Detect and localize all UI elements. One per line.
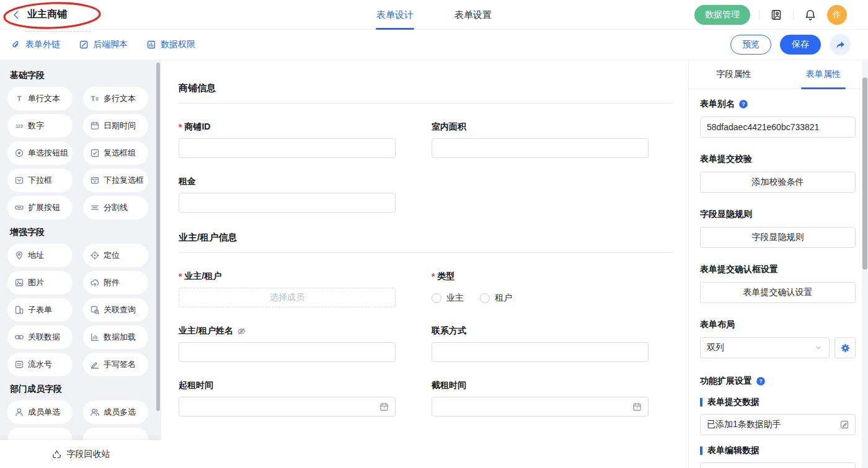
required-asterisk: *	[432, 272, 435, 281]
section-title: 业主/租户信息	[179, 232, 673, 253]
field-pill-子表单[interactable]: 子表单	[7, 298, 73, 322]
member-multi-icon	[90, 407, 100, 417]
panel-setting-label: 字段显隐规则	[700, 209, 856, 220]
bell-icon[interactable]	[802, 7, 818, 23]
add-action-button[interactable]: 添加操作	[700, 462, 856, 468]
addressbook-icon[interactable]	[768, 7, 784, 23]
field-pill-地址[interactable]: 地址	[7, 244, 73, 267]
field-pill-手写签名[interactable]: 手写签名	[83, 353, 148, 376]
field-pill-扩展按钮[interactable]: 扩展按钮	[7, 196, 73, 219]
submit-data-box[interactable]: 已添加1条数据助手	[700, 414, 856, 435]
form-field-商铺ID[interactable]: *商铺ID	[179, 121, 396, 158]
toolbar-link-label: 表单外链	[25, 39, 60, 50]
toolbar-link-表单外链[interactable]: 表单外链	[11, 39, 60, 50]
field-pill-分割线[interactable]: 分割线	[83, 196, 148, 219]
window-scrollbar[interactable]	[862, 60, 868, 468]
field-recycle-bin[interactable]: 字段回收站	[0, 440, 161, 468]
panel-tab-表单属性[interactable]: 表单属性	[779, 60, 868, 89]
text-input[interactable]	[432, 138, 649, 158]
toolbar-link-后端脚本[interactable]: 后端脚本	[79, 39, 128, 50]
form-field-截租时间[interactable]: 截租时间7	[432, 380, 649, 417]
toolbar-link-数据权限[interactable]: 数据权限	[146, 39, 195, 50]
sidebar-scrollbar[interactable]	[156, 63, 160, 411]
back-navigation[interactable]: 业主商铺	[0, 8, 67, 21]
radio-button[interactable]	[480, 293, 490, 303]
layout-settings-button[interactable]	[835, 337, 856, 358]
help-icon[interactable]: ?	[738, 99, 748, 109]
page-title: 业主商铺	[27, 8, 67, 21]
field-pill-数字[interactable]: 123数字	[7, 114, 73, 138]
field-pill-流水号[interactable]: 流水号	[7, 353, 73, 376]
sidebar-section-title: 部门成员字段	[10, 384, 161, 395]
divider	[759, 10, 760, 20]
panel-setting-button-表单提交确认设置[interactable]: 表单提交确认设置	[700, 282, 856, 303]
field-label-text: 类型	[437, 271, 454, 282]
recycle-icon	[51, 449, 62, 459]
edit-icon[interactable]	[839, 420, 849, 430]
panel-setting-button-添加校验条件[interactable]: 添加校验条件	[700, 172, 856, 193]
field-library-sidebar: 基础字段T单行文本T多行文本123数字日期时间单选按钮组复选框组下拉框下拉复选框…	[0, 60, 161, 468]
member-select-input[interactable]: 选择成员	[179, 288, 396, 307]
radio-group: 业主租户	[432, 288, 649, 304]
field-pill-日期时间[interactable]: 日期时间	[83, 114, 148, 138]
form-alias-input[interactable]	[700, 117, 856, 138]
data-manage-button[interactable]: 数据管理	[694, 5, 750, 25]
field-pill-多行文本[interactable]: T多行文本	[83, 87, 148, 110]
form-row: 租金	[179, 176, 673, 213]
field-pill-下拉框[interactable]: 下拉框	[7, 169, 73, 192]
field-label-text: 起租时间	[179, 380, 213, 391]
date-input[interactable]: 7	[432, 397, 649, 417]
form-field-起租时间[interactable]: 起租时间7	[179, 380, 396, 417]
header-tab-表单设置[interactable]: 表单设置	[454, 0, 492, 30]
linked-query-icon	[90, 305, 100, 315]
field-pill-下拉复选框[interactable]: 下拉复选框	[83, 169, 148, 192]
panel-setting-表单提交确认框设置: 表单提交确认框设置表单提交确认设置	[700, 264, 856, 303]
text-input[interactable]	[179, 342, 396, 362]
field-pill-label: 流水号	[28, 359, 52, 370]
signature-icon	[90, 360, 100, 369]
svg-text:?: ?	[742, 101, 745, 107]
help-icon[interactable]: ?	[756, 376, 766, 386]
save-button[interactable]: 保存	[780, 35, 821, 55]
field-pill-关联查询[interactable]: 关联查询	[83, 298, 148, 322]
date-input[interactable]: 7	[179, 397, 396, 417]
text-input[interactable]	[432, 342, 649, 362]
form-canvas[interactable]: 商铺信息*商铺ID室内面积租金业主/租户信息*业主/租户选择成员*类型业主租户业…	[161, 60, 688, 468]
form-section-业主/租户信息: 业主/租户信息*业主/租户选择成员*类型业主租户业主/租户姓名联系方式起租时间7…	[179, 232, 673, 417]
form-field-室内面积[interactable]: 室内面积	[432, 121, 649, 158]
avatar[interactable]: 作	[827, 5, 847, 25]
preview-button[interactable]: 预览	[730, 35, 771, 55]
edit-data-label: 表单编辑数据	[707, 445, 760, 456]
field-pill-关联数据[interactable]: 关联数据	[7, 325, 73, 349]
form-designer-app: 业主商铺 表单设计表单设置 数据管理 作 表单外链后端脚本数据权限 预览 保存 …	[0, 0, 868, 468]
field-pill-单选按钮组[interactable]: 单选按钮组	[7, 141, 73, 165]
field-label-text: 业主/租户姓名	[179, 325, 233, 337]
layout-select[interactable]: 双列	[700, 337, 830, 358]
field-pill-成员单选[interactable]: 成员单选	[7, 400, 73, 424]
header-tab-表单设计[interactable]: 表单设计	[376, 0, 414, 30]
text-input[interactable]	[179, 193, 396, 213]
radio-label: 租户	[495, 293, 512, 304]
radio-button[interactable]	[432, 293, 441, 303]
field-pill-成员多选[interactable]: 成员多选	[83, 400, 148, 424]
window-scrollbar-thumb[interactable]	[862, 77, 867, 270]
field-pill-定位[interactable]: 定位	[83, 244, 148, 267]
radio-option-租户[interactable]: 租户	[480, 293, 512, 304]
panel-setting-button-字段显隐规则[interactable]: 字段显隐规则	[700, 227, 856, 248]
form-field-租金[interactable]: 租金	[179, 176, 396, 213]
field-label: *业主/租户	[179, 271, 396, 282]
share-button[interactable]	[830, 34, 851, 55]
text-input[interactable]	[179, 138, 396, 158]
field-pill-附件[interactable]: 附件	[83, 271, 148, 294]
field-pill-复选框组[interactable]: 复选框组	[83, 141, 148, 165]
panel-tab-字段属性[interactable]: 字段属性	[689, 60, 779, 89]
field-pill-图片[interactable]: 图片	[7, 271, 73, 294]
field-pill-单行文本[interactable]: T单行文本	[7, 87, 73, 110]
form-field-类型[interactable]: *类型业主租户	[432, 271, 649, 307]
field-pill-数据加载[interactable]: 数据加载	[83, 325, 148, 349]
radio-option-业主[interactable]: 业主	[432, 293, 464, 304]
form-field-业主/租户[interactable]: *业主/租户选择成员	[179, 271, 396, 307]
form-row: *业主/租户选择成员*类型业主租户	[179, 271, 673, 307]
form-field-业主/租户姓名[interactable]: 业主/租户姓名	[179, 325, 396, 362]
form-field-联系方式[interactable]: 联系方式	[432, 325, 649, 362]
